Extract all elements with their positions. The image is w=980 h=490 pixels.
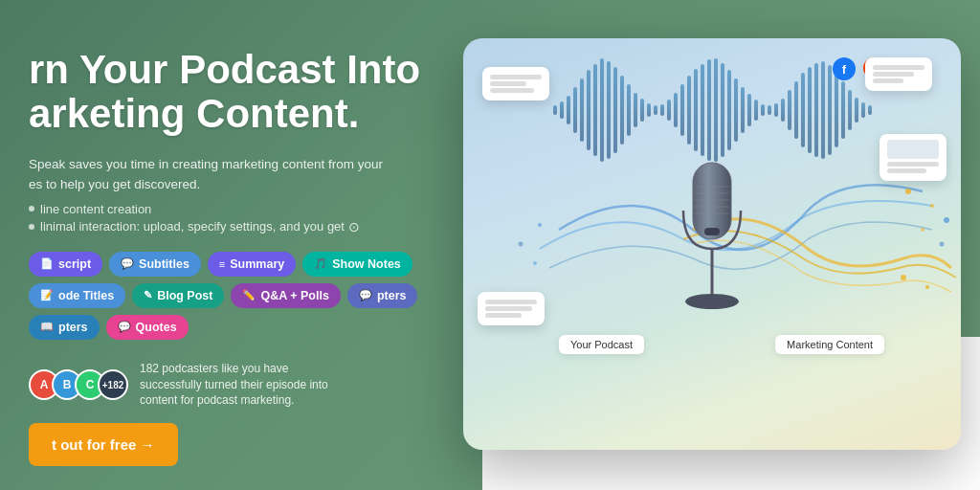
facebook-icon: f bbox=[833, 57, 856, 80]
svg-point-1 bbox=[930, 204, 934, 208]
marketing-label: Marketing Content bbox=[775, 335, 884, 354]
content-card-2 bbox=[865, 57, 932, 91]
hero-title: rn Your Podcast Into arketing Content. bbox=[29, 48, 431, 136]
badge-summary[interactable]: ≡Summary bbox=[208, 252, 296, 277]
badge-subtitles[interactable]: 💬Subtitles bbox=[109, 252, 201, 277]
screen-section: f r 𝕏 Your Podcast Marketing Content bbox=[444, 19, 980, 469]
badge-qa-polls[interactable]: 💬pters bbox=[347, 283, 418, 308]
svg-point-17 bbox=[685, 294, 739, 309]
social-proof: A B C +182 182 podcasters like you have … bbox=[29, 361, 431, 409]
svg-point-8 bbox=[519, 242, 523, 247]
feature-line-1: line content creation bbox=[29, 202, 431, 216]
svg-point-0 bbox=[905, 189, 911, 194]
svg-rect-18 bbox=[704, 228, 720, 235]
badge-transcript[interactable]: 📄script bbox=[29, 252, 102, 277]
cta-button[interactable]: t out for free → bbox=[29, 423, 178, 466]
badge-tweets[interactable]: ✎Blog Post bbox=[132, 283, 224, 308]
svg-point-7 bbox=[538, 223, 542, 227]
hero-subtitle: Speak saves you time in creating marketi… bbox=[29, 155, 431, 194]
screen-mockup: f r 𝕏 Your Podcast Marketing Content bbox=[463, 38, 961, 450]
social-proof-text: 182 podcasters like you have successfull… bbox=[140, 361, 331, 409]
avatar-count: +182 bbox=[98, 369, 128, 400]
content-card-4 bbox=[478, 292, 545, 325]
content-card-3 bbox=[880, 134, 947, 181]
svg-point-2 bbox=[944, 217, 949, 223]
content-card-1 bbox=[482, 67, 549, 100]
feature-line-2: linimal interaction: upload, specify set… bbox=[29, 219, 431, 234]
svg-point-5 bbox=[901, 275, 906, 280]
badge-quotes[interactable]: 💬Quotes bbox=[106, 315, 189, 340]
hero-content: rn Your Podcast Into arketing Content. S… bbox=[0, 29, 459, 428]
microphone-illustration bbox=[664, 153, 760, 345]
badges-container: 📄script 💬Subtitles ≡Summary 🎵Show Notes bbox=[29, 252, 431, 277]
badge-show-notes[interactable]: 🎵Show Notes bbox=[302, 252, 412, 277]
badge-blog-post[interactable]: ✏️Q&A + Polls bbox=[231, 283, 340, 308]
svg-point-4 bbox=[940, 242, 945, 247]
badge-chapters[interactable]: 📖pters bbox=[29, 315, 100, 340]
svg-point-3 bbox=[921, 228, 924, 232]
svg-point-9 bbox=[533, 261, 537, 265]
svg-point-6 bbox=[925, 285, 929, 289]
badge-episode-titles[interactable]: 📝ode Titles bbox=[29, 283, 125, 308]
avatars-group: A B C +182 bbox=[29, 369, 128, 400]
podcast-label: Your Podcast bbox=[559, 335, 644, 354]
